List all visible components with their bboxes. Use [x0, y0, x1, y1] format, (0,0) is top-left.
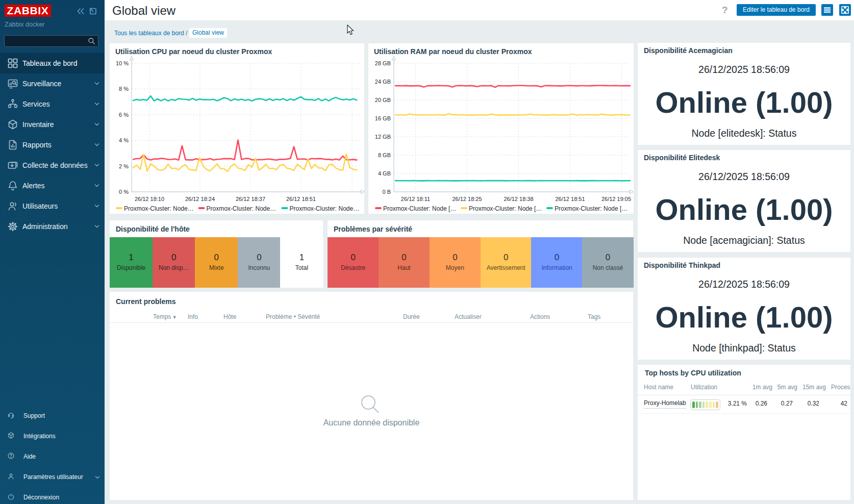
svg-text:26/12 18:10: 26/12 18:10	[135, 196, 164, 202]
svg-text:Proxmox-Cluster: Node…: Proxmox-Cluster: Node…	[290, 205, 360, 212]
svg-text:8 GB: 8 GB	[378, 152, 391, 158]
svg-text:Proxmox-Cluster: Node…: Proxmox-Cluster: Node…	[207, 205, 277, 212]
svg-text:26/12 18:24: 26/12 18:24	[185, 196, 215, 202]
svg-text:12 GB: 12 GB	[375, 134, 391, 140]
svg-text:26/12 18:51: 26/12 18:51	[555, 196, 585, 202]
svg-text:26/12 18:51: 26/12 18:51	[286, 196, 316, 202]
svg-text:24 GB: 24 GB	[375, 79, 391, 85]
svg-text:4 GB: 4 GB	[378, 170, 391, 177]
svg-text:26/12 18:11: 26/12 18:11	[401, 196, 430, 202]
svg-text:Proxmox-Cluster: Node […: Proxmox-Cluster: Node […	[383, 205, 456, 212]
svg-text:16 GB: 16 GB	[375, 115, 391, 121]
svg-text:26/12 18:25: 26/12 18:25	[452, 196, 482, 202]
svg-text:26/12 18:37: 26/12 18:37	[236, 196, 265, 202]
svg-text:2 %: 2 %	[119, 163, 129, 169]
svg-text:26/12 19:05: 26/12 19:05	[601, 196, 631, 202]
svg-text:8 %: 8 %	[119, 86, 129, 92]
svg-text:28 GB: 28 GB	[375, 60, 391, 66]
svg-text:0 %: 0 %	[119, 189, 129, 195]
svg-text:20 GB: 20 GB	[375, 97, 391, 103]
svg-text:10 %: 10 %	[116, 60, 129, 66]
svg-text:0 B: 0 B	[382, 189, 391, 195]
svg-text:Proxmox-Cluster: Node…: Proxmox-Cluster: Node…	[124, 205, 194, 212]
svg-text:6 %: 6 %	[119, 112, 129, 118]
svg-text:Proxmox-Cluster: Node […: Proxmox-Cluster: Node […	[555, 205, 627, 212]
svg-text:Proxmox-Cluster: Node […: Proxmox-Cluster: Node […	[469, 205, 542, 212]
svg-text:26/12 18:38: 26/12 18:38	[504, 196, 533, 202]
svg-text:4 %: 4 %	[119, 137, 129, 143]
